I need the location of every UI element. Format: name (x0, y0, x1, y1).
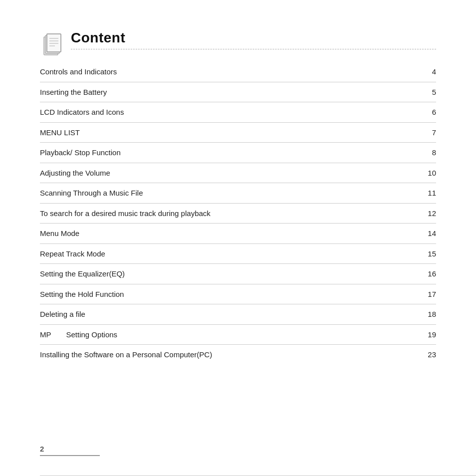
toc-row: Setting the Equalizer(EQ)16 (40, 264, 436, 284)
header-area: Content (40, 30, 436, 57)
toc-setting-options-label: Setting Options (66, 330, 118, 339)
toc-row: Scanning Through a Music File11 (40, 183, 436, 204)
toc-page-number: 15 (395, 243, 436, 264)
toc-page-number: 19 (395, 324, 436, 345)
toc-page-number: 11 (395, 183, 436, 204)
toc-page-number: 16 (395, 264, 436, 284)
book-icon (40, 31, 66, 57)
toc-page-number: 6 (395, 102, 436, 123)
toc-label: Playback/ Stop Function (40, 143, 395, 163)
toc-label: Setting the Equalizer(EQ) (40, 264, 395, 284)
toc-label: Menu Mode (40, 224, 395, 244)
toc-row: LCD Indicators and Icons6 (40, 102, 436, 123)
toc-row: Deleting a file18 (40, 304, 436, 325)
toc-mp-label: MP (40, 330, 51, 340)
toc-label: Repeat Track Mode (40, 243, 395, 264)
toc-row: Menu Mode14 (40, 224, 436, 244)
toc-row: Setting the Hold Function17 (40, 284, 436, 304)
toc-label: MENU LIST (40, 122, 395, 143)
toc-label: Controls and Indicators (40, 62, 395, 82)
toc-page-number: 7 (395, 122, 436, 143)
svg-rect-3 (47, 34, 61, 52)
toc-label: Installing the Software on a Personal Co… (40, 345, 395, 365)
toc-row: Repeat Track Mode15 (40, 243, 436, 264)
page: Content Controls and Indicators4Insertin… (0, 0, 476, 476)
title-divider (71, 49, 436, 49)
toc-table: Controls and Indicators4Inserting the Ba… (40, 62, 436, 365)
toc-label: Adjusting the Volume (40, 163, 395, 183)
toc-label: LCD Indicators and Icons (40, 102, 395, 123)
footer-bar: 2 (40, 445, 436, 456)
toc-row: Installing the Software on a Personal Co… (40, 345, 436, 365)
toc-page-number: 10 (395, 163, 436, 183)
toc-row: MENU LIST7 (40, 122, 436, 143)
toc-row: Playback/ Stop Function8 (40, 143, 436, 163)
toc-label: Setting the Hold Function (40, 284, 395, 304)
toc-row: Adjusting the Volume10 (40, 163, 436, 183)
toc-page-number: 14 (395, 224, 436, 244)
toc-label: To search for a desired music track duri… (40, 203, 395, 224)
toc-page-number: 5 (395, 82, 436, 102)
footer-line (40, 455, 100, 456)
toc-label: MPSetting Options (40, 324, 395, 345)
footer-page-number: 2 (40, 445, 436, 453)
toc-page-number: 12 (395, 203, 436, 224)
toc-row: Controls and Indicators4 (40, 62, 436, 82)
header-right: Content (71, 30, 436, 49)
toc-page-number: 17 (395, 284, 436, 304)
toc-page-number: 23 (395, 345, 436, 365)
toc-page-number: 18 (395, 304, 436, 325)
toc-label: Inserting the Battery (40, 82, 395, 102)
toc-row: To search for a desired music track duri… (40, 203, 436, 224)
toc-page-number: 8 (395, 143, 436, 163)
toc-page-number: 4 (395, 62, 436, 82)
page-title: Content (71, 30, 436, 46)
toc-row: Inserting the Battery5 (40, 82, 436, 102)
toc-label: Deleting a file (40, 304, 395, 325)
toc-label: Scanning Through a Music File (40, 183, 395, 204)
toc-row: MPSetting Options19 (40, 324, 436, 345)
